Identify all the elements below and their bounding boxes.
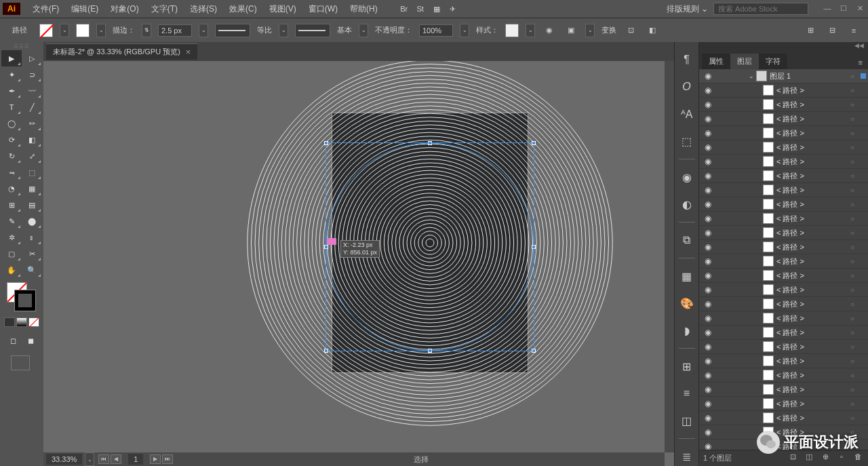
stock-icon[interactable]: St [413, 1, 428, 16]
magic-wand-tool[interactable]: ✦ [1, 66, 22, 83]
target-icon[interactable]: ○ [846, 315, 859, 322]
transform-label[interactable]: 变换 [601, 25, 616, 35]
layer-row-path[interactable]: ◉ < 路径 > ○ [699, 112, 868, 126]
style-swatch[interactable] [505, 24, 519, 37]
pen-tool[interactable]: ✒ [1, 83, 22, 99]
layer-row-path[interactable]: ◉ < 路径 > ○ [699, 126, 868, 140]
layer-row-path[interactable]: ◉ < 路径 > ○ [699, 326, 868, 340]
layer-name[interactable]: < 路径 > [776, 256, 846, 267]
layer-row-path[interactable]: ◉ < 路径 > ○ [699, 383, 868, 397]
opacity-dropdown[interactable]: ⌄ [460, 24, 469, 37]
menu-select[interactable]: 选择(S) [184, 0, 222, 18]
layer-row-path[interactable]: ◉ < 路径 > ○ [699, 283, 868, 297]
visibility-toggle[interactable]: ◉ [699, 142, 717, 152]
arrange-icon[interactable]: ▦ [429, 1, 444, 16]
target-icon[interactable]: ○ [846, 400, 859, 408]
none-mode[interactable] [28, 317, 39, 327]
draw-behind[interactable]: ◼ [22, 332, 39, 349]
target-icon[interactable]: ○ [846, 443, 859, 450]
layer-name[interactable]: 图层 1 [770, 71, 846, 81]
visibility-toggle[interactable]: ◉ [699, 199, 717, 209]
brush-dropdown[interactable]: ⌄ [359, 24, 368, 37]
scale-tool[interactable]: ⤢ [22, 148, 42, 164]
paintbrush-tool[interactable]: ✏ [22, 115, 42, 132]
graphic-styles-icon[interactable]: ◐ [677, 195, 696, 214]
color-guide-icon[interactable]: ◗ [677, 321, 696, 340]
target-icon[interactable]: ○ [846, 258, 859, 265]
layer-row-path[interactable]: ◉ < 路径 > ○ [699, 240, 868, 254]
target-icon[interactable]: ○ [846, 73, 859, 80]
line-tool[interactable]: ╱ [22, 99, 42, 115]
ctrl-icon-1[interactable]: ⊞ [803, 23, 818, 38]
shape-builder-tool[interactable]: ◔ [1, 180, 22, 197]
tab-close-button[interactable]: × [186, 47, 191, 57]
layer-row-path[interactable]: ◉ < 路径 > ○ [699, 98, 868, 112]
maximize-button[interactable]: ☐ [838, 3, 849, 14]
pathfinder-icon[interactable]: ◫ [677, 411, 696, 430]
free-transform-tool[interactable]: ⬚ [22, 164, 42, 180]
stroke-dropdown[interactable]: ⌄ [96, 24, 106, 37]
first-artboard[interactable]: ⏮ [98, 454, 109, 464]
color-picker[interactable] [4, 282, 39, 312]
layer-name[interactable]: < 路径 > [776, 356, 846, 366]
layer-row-path[interactable]: ◉ < 路径 > ○ [699, 354, 868, 368]
style-dropdown[interactable]: ⌄ [526, 24, 535, 37]
visibility-toggle[interactable]: ◉ [699, 442, 717, 450]
profile-dropdown[interactable]: ⌄ [279, 24, 288, 37]
target-icon[interactable]: ○ [846, 272, 859, 279]
layer-name[interactable]: < 路径 > [776, 442, 846, 450]
shaper-tool[interactable]: ⟳ [1, 132, 22, 148]
slice-tool[interactable]: ✂ [22, 246, 42, 262]
visibility-toggle[interactable]: ◉ [699, 256, 717, 266]
gradient-tool[interactable]: ▤ [22, 197, 42, 213]
target-icon[interactable]: ○ [846, 300, 859, 308]
glyphs-icon[interactable]: ᴬA [677, 104, 696, 123]
visibility-toggle[interactable]: ◉ [699, 171, 717, 180]
layer-row-path[interactable]: ◉ < 路径 > ○ [699, 254, 868, 269]
layer-name[interactable]: < 路径 > [776, 385, 846, 395]
locate-object-icon[interactable]: ⊡ [787, 452, 799, 465]
transform-panel-icon[interactable]: ⊞ [677, 357, 696, 376]
target-icon[interactable]: ○ [846, 172, 859, 180]
make-clipping-icon[interactable]: ◫ [803, 452, 815, 465]
visibility-toggle[interactable]: ◉ [699, 228, 717, 237]
visibility-toggle[interactable]: ◉ [699, 413, 717, 423]
visibility-toggle[interactable]: ◉ [699, 342, 717, 351]
stroke-width-input[interactable] [158, 24, 192, 37]
visibility-toggle[interactable]: ◉ [699, 399, 717, 408]
layer-row-path[interactable]: ◉ < 路径 > ○ [699, 297, 868, 311]
tab-properties[interactable]: 属性 [702, 54, 730, 69]
target-icon[interactable]: ○ [846, 414, 859, 422]
menu-help[interactable]: 帮助(H) [344, 0, 383, 18]
document-tab[interactable]: 未标题-2* @ 33.33% (RGB/GPU 预览) × [46, 43, 197, 60]
recolor-icon[interactable]: ◉ [542, 23, 557, 38]
prev-artboard[interactable]: ◀ [111, 454, 121, 464]
visibility-toggle[interactable]: ◉ [699, 157, 717, 166]
target-icon[interactable]: ○ [846, 386, 859, 393]
visibility-toggle[interactable]: ◉ [699, 299, 717, 309]
layer-name[interactable]: < 路径 > [776, 85, 846, 96]
menu-edit[interactable]: 编辑(E) [66, 0, 104, 18]
target-icon[interactable]: ○ [846, 329, 859, 336]
layer-name[interactable]: < 路径 > [776, 171, 846, 181]
visibility-toggle[interactable]: ◉ [699, 100, 717, 109]
symbol-tool[interactable]: ✲ [1, 229, 22, 246]
visibility-toggle[interactable]: ◉ [699, 85, 717, 95]
lasso-tool[interactable]: ⊃ [22, 66, 42, 83]
layer-name[interactable]: < 路径 > [776, 228, 846, 238]
layer-row-parent[interactable]: ◉ ⌄ 图层 1 ○ [699, 69, 868, 83]
isolate-icon[interactable]: ⊡ [623, 23, 638, 38]
layer-name[interactable]: < 路径 > [776, 413, 846, 423]
ellipse-tool[interactable]: ◯ [1, 115, 22, 132]
layer-row-path[interactable]: ◉ < 路径 > ○ [699, 397, 868, 411]
layer-name[interactable]: < 路径 > [776, 328, 846, 338]
target-icon[interactable]: ○ [846, 429, 859, 436]
close-button[interactable]: ✕ [854, 3, 865, 14]
layer-row-path[interactable]: ◉ < 路径 > ○ [699, 440, 868, 450]
zoom-tool[interactable]: 🔍 [22, 262, 42, 278]
layer-name[interactable]: < 路径 > [776, 299, 846, 309]
layer-row-path[interactable]: ◉ < 路径 > ○ [699, 197, 868, 212]
libraries-icon[interactable]: ⧉ [677, 231, 696, 250]
target-icon[interactable]: ○ [846, 115, 859, 123]
canvas[interactable]: X: -2.23 px Y: 856.01 px 33.33% ⌄ ⏮ ◀ 1 … [43, 61, 674, 466]
